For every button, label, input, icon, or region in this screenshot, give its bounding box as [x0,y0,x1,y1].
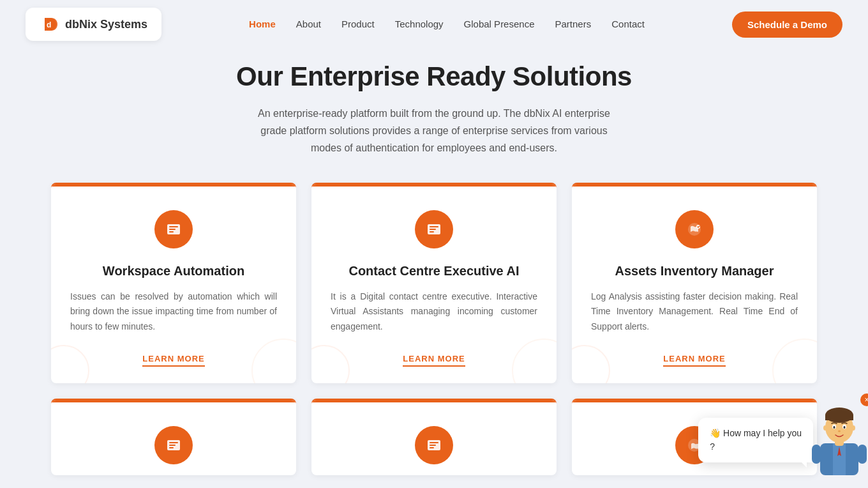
logo-icon: d [40,14,60,34]
svg-point-33 [851,425,855,431]
svg-point-32 [823,425,827,431]
svg-text:d: d [47,20,51,29]
chat-bubble-text-line2: ? [710,441,715,452]
contact-centre-icon [415,210,453,248]
nav-links: Home About Product Technology Global Pre… [249,19,645,30]
nav-technology[interactable]: Technology [395,19,444,29]
svg-rect-6 [430,226,438,227]
nav-home[interactable]: Home [249,19,276,29]
nav-contact[interactable]: Contact [611,19,645,29]
logo-text: dbNix Systems [65,18,147,31]
chatbot-widget: 👋 How may I help you ? [698,399,868,475]
svg-rect-18 [430,447,434,448]
card-contact-centre: Contact Centre Executive AI It is a Digi… [311,183,557,383]
workspace-automation-desc: Issues can be resolved by automation whi… [70,289,277,335]
svg-rect-34 [812,445,821,464]
workspace-automation-learn-more[interactable]: LEARN MORE [142,354,204,367]
nav-partners[interactable]: Partners [555,19,592,29]
workspace-automation-title: Workspace Automation [70,263,277,279]
svg-rect-16 [430,442,438,443]
contact-centre-desc: It is a Digital contact centre executive… [331,289,537,335]
svg-rect-17 [430,445,436,446]
svg-rect-12 [169,442,178,443]
contact-centre-learn-more[interactable]: LEARN MORE [403,354,465,367]
svg-point-31 [838,431,841,432]
nav-product[interactable]: Product [341,19,375,29]
card-bazzlo: Bazzlo [311,399,557,475]
workspace-automation-icon [154,210,193,248]
svg-rect-3 [169,229,176,230]
assets-inventory-icon [675,210,714,248]
svg-point-29 [834,426,835,429]
nav-global-presence[interactable]: Global Presence [464,19,535,29]
svg-rect-26 [825,415,853,420]
database-ai-icon [154,426,193,464]
svg-rect-13 [169,445,176,446]
cards-row-1: Workspace Automation Issues can be resol… [51,183,817,383]
assets-inventory-desc: Log Analysis assisting faster decision m… [591,289,798,335]
contact-centre-title: Contact Centre Executive AI [331,263,537,279]
schedule-demo-button[interactable]: Schedule a Demo [732,11,842,38]
svg-rect-35 [858,445,867,464]
chat-bubble: 👋 How may I help you ? [698,418,813,462]
page-subtitle: An enterprise-ready platform built from … [249,105,619,157]
svg-rect-8 [430,231,434,233]
navbar: d dbNix Systems Home About Product Techn… [0,0,868,49]
svg-rect-2 [169,226,178,227]
logo[interactable]: d dbNix Systems [26,8,161,41]
assets-inventory-learn-more[interactable]: LEARN MORE [663,354,725,367]
svg-rect-7 [430,229,436,230]
svg-point-30 [844,426,846,429]
assets-inventory-title: Assets Inventory Manager [591,263,798,279]
bazzlo-icon [415,426,453,464]
chat-bubble-text-line1: 👋 How may I help you [710,428,802,438]
chatbot-avatar-container[interactable]: × [811,399,868,475]
card-database-ai: Database AI [51,399,296,475]
card-assets-inventory: Assets Inventory Manager Log Analysis as… [572,183,817,383]
card-workspace-automation: Workspace Automation Issues can be resol… [51,183,296,383]
page-title: Our Enterprise Ready Solutions [51,61,817,92]
nav-about[interactable]: About [296,19,321,29]
svg-rect-4 [169,231,174,233]
chatbot-avatar-svg [811,399,868,475]
svg-rect-14 [169,447,174,448]
